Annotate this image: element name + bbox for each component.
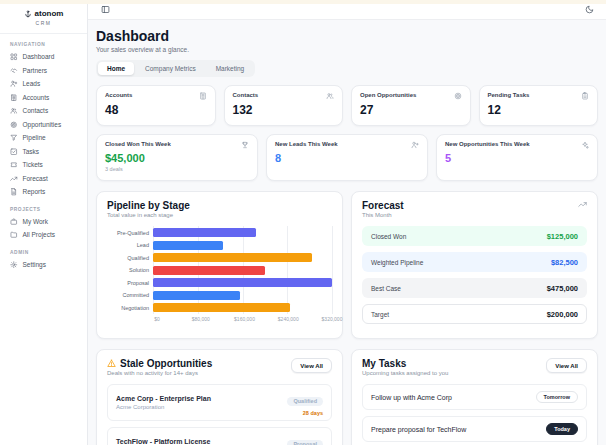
stat-value: 5: [445, 152, 589, 164]
stat-value: 132: [233, 103, 335, 117]
sidebar-item-opportunities[interactable]: Opportunities: [0, 118, 87, 132]
gear-icon: [10, 261, 18, 269]
forecast-row-target: Target $200,000: [362, 304, 587, 324]
file-text-icon: [10, 188, 18, 196]
user-plus-icon: [10, 80, 18, 88]
stat-label: Contacts: [233, 92, 259, 98]
forecast-row-label: Target: [371, 311, 389, 318]
stat-label: New Leads This Week: [275, 141, 338, 147]
stale-list: Acme Corp - Enterprise PlanAcme Corporat…: [107, 384, 332, 445]
stat-card-contacts: Contacts 132: [224, 85, 344, 126]
check-square-icon: [10, 148, 18, 156]
stat-label: New Opportunities This Week: [445, 141, 530, 147]
chart-category-label: Qualified: [107, 251, 149, 264]
sidebar-item-tickets[interactable]: Tickets: [0, 158, 87, 172]
stale-opportunities-panel: Stale Opportunities Deals with no activi…: [96, 349, 343, 445]
moon-icon: [585, 5, 594, 14]
chart-subtitle: Total value in each stage: [107, 212, 332, 218]
chart-bar: [153, 303, 290, 312]
sidebar-item-my-work[interactable]: My Work: [0, 215, 87, 229]
forecast-row-value: $200,000: [547, 310, 578, 319]
opportunity-company: Acme Corporation: [116, 404, 211, 410]
chart-category-label: Lead: [107, 239, 149, 252]
sidebar-item-tasks[interactable]: Tasks: [0, 145, 87, 159]
sidebar-item-forecast[interactable]: Forecast: [0, 172, 87, 186]
stale-opportunity-row[interactable]: Acme Corp - Enterprise PlanAcme Corporat…: [107, 384, 332, 421]
sidebar-item-label: Opportunities: [23, 121, 62, 128]
sidebar-item-leads[interactable]: Leads: [0, 77, 87, 91]
sidebar-item-dashboard[interactable]: Dashboard: [0, 50, 87, 64]
stage-badge: Qualified: [287, 397, 323, 406]
stat-caption: 3 deals: [105, 166, 249, 172]
chart-category-label: Negotiation: [107, 301, 149, 314]
task-due-badge: Tomorrow: [536, 391, 578, 403]
forecast-row-label: Best Case: [371, 285, 401, 292]
trending-up-icon: [578, 200, 587, 209]
tab-marketing[interactable]: Marketing: [207, 62, 254, 75]
stale-opportunity-row[interactable]: TechFlow - Platform LicenseTechFlow Solu…: [107, 427, 332, 445]
stat-label: Closed Won This Week: [105, 141, 171, 147]
chart-category-labels: Pre-QualifiedLeadQualifiedSolutionPropos…: [107, 226, 153, 314]
forecast-title: Forecast: [362, 200, 404, 211]
chart-tick-label: $240,000: [278, 316, 299, 322]
topbar: [88, 0, 606, 20]
main-area: Dashboard Your sales overview at a glanc…: [88, 0, 606, 445]
stat-card-open-opportunities: Open Opportunities 27: [351, 85, 471, 126]
app-subname: CRM: [4, 20, 83, 26]
tasks-list: Follow up with Acme Corp Tomorrow Prepar…: [362, 384, 587, 445]
sidebar-item-label: Leads: [23, 80, 41, 87]
sidebar-item-partners[interactable]: Partners: [0, 64, 87, 78]
forecast-panel: Forecast This Month Closed Won $125,000 …: [351, 191, 598, 339]
trophy-icon: [241, 141, 249, 149]
forecast-row-weighted-pipeline: Weighted Pipeline $82,500: [362, 252, 587, 272]
funnel-icon: [10, 134, 18, 142]
sidebar-item-contacts[interactable]: Contacts: [0, 104, 87, 118]
weekly-stats-row: Closed Won This Week $45,000 3 deals New…: [96, 134, 598, 181]
chart-category-label: Pre-Qualified: [107, 226, 149, 239]
theme-toggle-button[interactable]: [582, 3, 596, 17]
stat-value: 8: [275, 152, 419, 164]
task-due-badge: Today: [546, 423, 578, 435]
tasks-subtitle: Upcoming tasks assigned to you: [362, 370, 448, 376]
task-name: Follow up with Acme Corp: [371, 394, 452, 401]
stat-value: 27: [360, 103, 462, 117]
bar-chart: Pre-QualifiedLeadQualifiedSolutionPropos…: [107, 226, 332, 314]
forecast-row-label: Weighted Pipeline: [371, 259, 423, 266]
forecast-row-best-case: Best Case $475,000: [362, 278, 587, 298]
sidebar-item-reports[interactable]: Reports: [0, 185, 87, 199]
chart-category-label: Proposal: [107, 276, 149, 289]
chart-bar-track: [153, 226, 332, 239]
pipeline-by-stage-panel: Pipeline by Stage Total value in each st…: [96, 191, 343, 339]
task-row[interactable]: Follow up with Acme Corp Tomorrow: [362, 384, 587, 410]
card-closed-won-this-week: Closed Won This Week $45,000 3 deals: [96, 134, 258, 181]
chart-bar-track: [153, 276, 332, 289]
tasks-view-all-button[interactable]: View All: [546, 358, 587, 373]
chart-bar-track: [153, 289, 332, 302]
forecast-subtitle: This Month: [362, 212, 404, 218]
app-logo: atonom CRM: [0, 0, 87, 34]
chart-bar: [153, 266, 265, 275]
sidebar-item-label: My Work: [23, 218, 49, 225]
stale-view-all-button[interactable]: View All: [291, 358, 332, 373]
forecast-row-closed-won: Closed Won $125,000: [362, 226, 587, 246]
sidebar-toggle-button[interactable]: [98, 3, 112, 17]
app-name: atonom: [35, 9, 64, 18]
opportunity-name: TechFlow - Platform License: [116, 438, 210, 445]
sidebar-item-settings[interactable]: Settings: [0, 258, 87, 272]
sidebar-item-pipeline[interactable]: Pipeline: [0, 131, 87, 145]
sidebar-item-all-projects[interactable]: All Projects: [0, 228, 87, 242]
sidebar-item-accounts[interactable]: Accounts: [0, 91, 87, 105]
building-icon: [10, 94, 18, 102]
target-icon: [454, 92, 462, 100]
sidebar-item-label: Partners: [23, 67, 48, 74]
tab-home[interactable]: Home: [98, 62, 134, 75]
sidebar-item-label: Forecast: [23, 175, 48, 182]
bottom-row: Stale Opportunities Deals with no activi…: [96, 349, 598, 445]
sparkles-icon: [581, 141, 589, 149]
card-new-leads-this-week: New Leads This Week 8: [266, 134, 428, 181]
stale-subtitle: Deals with no activity for 14+ days: [107, 370, 212, 376]
nav-section-admin: Admin: [10, 250, 77, 255]
task-row[interactable]: Prepare proposal for TechFlow Today: [362, 416, 587, 442]
tab-company-metrics[interactable]: Company Metrics: [136, 62, 205, 75]
sidebar-item-label: Pipeline: [23, 134, 46, 141]
